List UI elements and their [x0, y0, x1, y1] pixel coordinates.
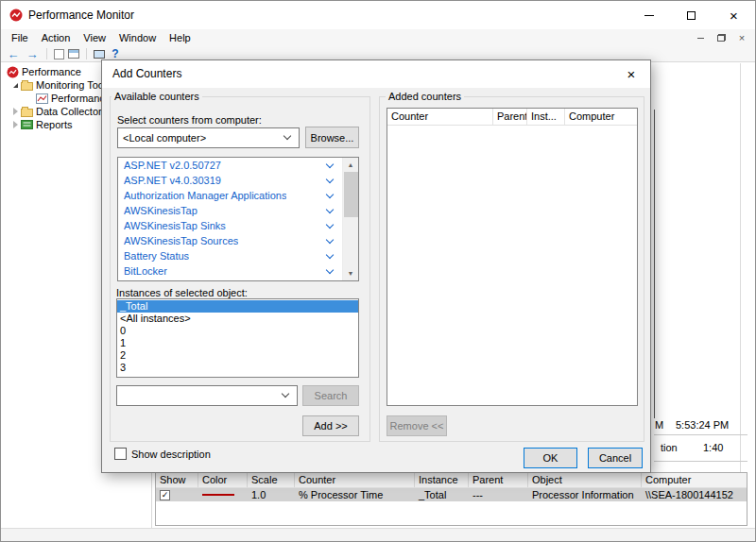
- available-counters-label: Available counters: [112, 91, 202, 102]
- counters-scrollbar[interactable]: ▲ ▼: [342, 158, 358, 280]
- chevron-down-icon[interactable]: [326, 175, 334, 182]
- legend-column-scale[interactable]: Scale: [248, 473, 295, 487]
- dialog-title: Add Counters: [112, 60, 181, 88]
- menu-action[interactable]: Action: [35, 29, 77, 46]
- cancel-button[interactable]: Cancel: [588, 448, 643, 468]
- legend-column-instance[interactable]: Instance: [415, 473, 469, 487]
- legend-column-counter[interactable]: Counter: [295, 473, 415, 487]
- chart-icon: [36, 93, 48, 104]
- checkbox-icon[interactable]: [114, 448, 127, 460]
- window-view-icon[interactable]: [68, 49, 79, 59]
- legend-row[interactable]: ✓ 1.0 % Processor Time _Total --- Proces…: [156, 488, 747, 501]
- menu-file[interactable]: File: [5, 29, 35, 46]
- minimize-button[interactable]: [627, 1, 670, 29]
- close-button[interactable]: ×: [713, 1, 755, 29]
- menu-window[interactable]: Window: [112, 29, 163, 46]
- ok-button[interactable]: OK: [524, 448, 577, 468]
- counter-group-row[interactable]: AWSKinesisTap Sinks: [118, 218, 342, 233]
- counter-group-label: AWSKinesisTap Sinks: [124, 220, 226, 231]
- forward-button[interactable]: →: [25, 48, 40, 60]
- instance-item-total[interactable]: _Total: [117, 300, 358, 313]
- toolbar-separator: [46, 48, 47, 59]
- instance-item-1[interactable]: 1: [117, 337, 358, 349]
- scroll-down-icon[interactable]: ▼: [343, 266, 358, 280]
- search-button[interactable]: Search: [302, 385, 359, 406]
- chevron-down-icon[interactable]: [326, 250, 334, 258]
- added-column-counter[interactable]: Counter: [387, 109, 493, 125]
- add-button[interactable]: Add >>: [302, 415, 359, 436]
- collapsed-icon[interactable]: [13, 121, 18, 128]
- legend-column-show[interactable]: Show: [156, 473, 198, 487]
- expanded-icon[interactable]: [13, 83, 18, 88]
- restore-icon: [717, 34, 726, 42]
- added-column-parent[interactable]: Parent: [493, 109, 527, 125]
- counter-group-row[interactable]: Authorization Manager Applications: [118, 188, 342, 203]
- folder-icon: [21, 82, 33, 91]
- tree-item-label: Reports: [36, 118, 73, 131]
- chevron-down-icon[interactable]: [326, 265, 334, 273]
- scroll-up-icon[interactable]: ▲: [343, 158, 358, 172]
- computer-select-value: <Local computer>: [123, 132, 206, 144]
- legend-column-parent[interactable]: Parent: [469, 473, 528, 487]
- legend-cell-counter: % Processor Time: [295, 488, 415, 501]
- chevron-down-icon[interactable]: [326, 190, 334, 197]
- back-button[interactable]: ←: [6, 48, 21, 60]
- instance-item-all[interactable]: <All instances>: [117, 313, 358, 325]
- show-counter-checkbox[interactable]: ✓: [160, 490, 170, 500]
- mdi-minimize-button[interactable]: [691, 31, 710, 44]
- display-icon[interactable]: [94, 50, 105, 59]
- menu-view[interactable]: View: [77, 29, 112, 46]
- performance-icon: [7, 66, 19, 78]
- instances-label: Instances of selected object:: [116, 287, 248, 298]
- counter-group-label: ASP.NET v4.0.30319: [124, 175, 221, 186]
- minimize-icon: [697, 38, 704, 39]
- instance-filter-input[interactable]: [116, 385, 298, 406]
- computer-select[interactable]: <Local computer>: [117, 127, 300, 148]
- mdi-window-controls: ×: [691, 31, 751, 44]
- menu-bar: File Action View Window Help ×: [1, 29, 755, 46]
- chevron-down-icon[interactable]: [326, 205, 334, 212]
- counter-group-label: BitLocker: [124, 265, 167, 277]
- added-counters-label: Added counters: [386, 91, 464, 102]
- added-column-computer[interactable]: Computer: [565, 109, 637, 125]
- scrollbar-thumb[interactable]: [344, 172, 358, 217]
- legend-cell-parent: ---: [469, 488, 528, 501]
- content-right-border: [740, 63, 741, 526]
- counter-group-row[interactable]: BitLocker: [118, 263, 342, 279]
- collapsed-icon[interactable]: [13, 108, 18, 115]
- chevron-down-icon[interactable]: [326, 235, 334, 243]
- counter-group-row[interactable]: AWSKinesisTap: [118, 203, 342, 218]
- chevron-down-icon[interactable]: [326, 220, 334, 228]
- instance-item-2[interactable]: 2: [117, 349, 358, 362]
- maximize-button[interactable]: [670, 1, 713, 29]
- menu-help[interactable]: Help: [163, 29, 198, 46]
- minimize-icon: [644, 15, 654, 16]
- instance-item-3[interactable]: 3: [117, 362, 358, 374]
- added-column-instance[interactable]: Inst...: [527, 109, 565, 125]
- maximize-icon: [687, 11, 696, 20]
- dialog-title-bar: Add Counters ×: [102, 60, 650, 88]
- toolbar-separator: [86, 48, 87, 59]
- dialog-close-button[interactable]: ×: [612, 60, 650, 88]
- remove-button[interactable]: Remove <<: [387, 415, 447, 436]
- legend-column-object[interactable]: Object: [528, 473, 642, 487]
- help-icon[interactable]: ?: [109, 47, 122, 60]
- legend-header: Show Color Scale Counter Instance Parent…: [156, 473, 747, 488]
- counter-group-row[interactable]: ASP.NET v4.0.30319: [118, 173, 342, 188]
- counter-group-row[interactable]: AWSKinesisTap Sources: [118, 233, 342, 248]
- mdi-restore-button[interactable]: [712, 31, 730, 44]
- axis-time-label: 5:53:24 PM: [676, 419, 729, 431]
- window-controls: ×: [627, 1, 755, 29]
- chevron-down-icon[interactable]: [326, 160, 334, 167]
- mdi-close-button[interactable]: ×: [732, 31, 751, 44]
- show-description-checkbox[interactable]: Show description: [114, 448, 211, 460]
- export-icon[interactable]: [54, 49, 64, 59]
- duration-value: 1:40: [703, 442, 723, 453]
- counter-group-row[interactable]: Battery Status: [118, 248, 342, 263]
- counter-group-label: AWSKinesisTap Sources: [124, 235, 238, 246]
- instance-item-0[interactable]: 0: [117, 325, 358, 337]
- legend-column-color[interactable]: Color: [198, 473, 248, 487]
- browse-button[interactable]: Browse...: [305, 127, 359, 148]
- counter-group-row[interactable]: ASP.NET v2.0.50727: [118, 158, 342, 173]
- legend-column-computer[interactable]: Computer: [642, 473, 747, 487]
